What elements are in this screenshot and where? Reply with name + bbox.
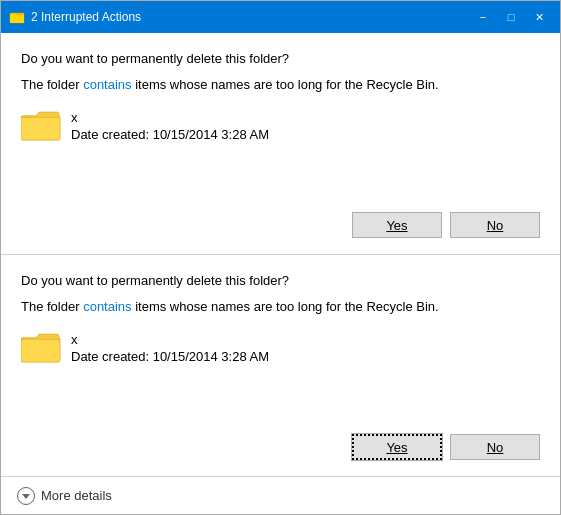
window-content: Do you want to permanently delete this f… (1, 33, 560, 514)
folder-row-2: x Date created: 10/15/2014 3:28 AM (21, 330, 540, 364)
dialog-window: 2 Interrupted Actions − □ ✕ Do you want … (0, 0, 561, 515)
question-text-2: Do you want to permanently delete this f… (21, 273, 540, 288)
title-bar-controls: − □ ✕ (470, 7, 552, 27)
folder-name-1: x (71, 110, 269, 125)
maximize-button[interactable]: □ (498, 7, 524, 27)
title-bar: 2 Interrupted Actions − □ ✕ (1, 1, 560, 33)
svg-rect-4 (22, 118, 59, 139)
dialog-panel-1: Do you want to permanently delete this f… (1, 33, 560, 254)
chevron-down-icon (22, 494, 30, 499)
info-text-1: The folder contains items whose names ar… (21, 76, 540, 94)
info-text-2: The folder contains items whose names ar… (21, 298, 540, 316)
folder-row-1: x Date created: 10/15/2014 3:28 AM (21, 108, 540, 142)
dialog-panel-2: Do you want to permanently delete this f… (1, 255, 560, 476)
folder-info-1: x Date created: 10/15/2014 3:28 AM (71, 108, 269, 142)
minimize-button[interactable]: − (470, 7, 496, 27)
yes-button-1[interactable]: Yes (352, 212, 442, 238)
folder-name-2: x (71, 332, 269, 347)
folder-icon-2 (21, 330, 61, 364)
svg-rect-1 (10, 15, 24, 23)
window-icon (9, 9, 25, 25)
folder-date-2: Date created: 10/15/2014 3:28 AM (71, 349, 269, 364)
no-button-2[interactable]: No (450, 434, 540, 460)
folder-icon-1 (21, 108, 61, 142)
folder-info-2: x Date created: 10/15/2014 3:28 AM (71, 330, 269, 364)
highlight-2: contains (83, 299, 131, 314)
close-button[interactable]: ✕ (526, 7, 552, 27)
chevron-circle-icon (17, 487, 35, 505)
svg-rect-7 (22, 340, 59, 361)
yes-button-2[interactable]: Yes (352, 434, 442, 460)
button-row-2: Yes No (21, 434, 540, 460)
question-text-1: Do you want to permanently delete this f… (21, 51, 540, 66)
more-details-label: More details (41, 488, 112, 503)
highlight-1: contains (83, 77, 131, 92)
button-row-1: Yes No (21, 212, 540, 238)
bottom-bar: More details (1, 476, 560, 514)
no-button-1[interactable]: No (450, 212, 540, 238)
title-bar-text: 2 Interrupted Actions (31, 10, 470, 24)
folder-date-1: Date created: 10/15/2014 3:28 AM (71, 127, 269, 142)
more-details-button[interactable]: More details (17, 487, 112, 505)
